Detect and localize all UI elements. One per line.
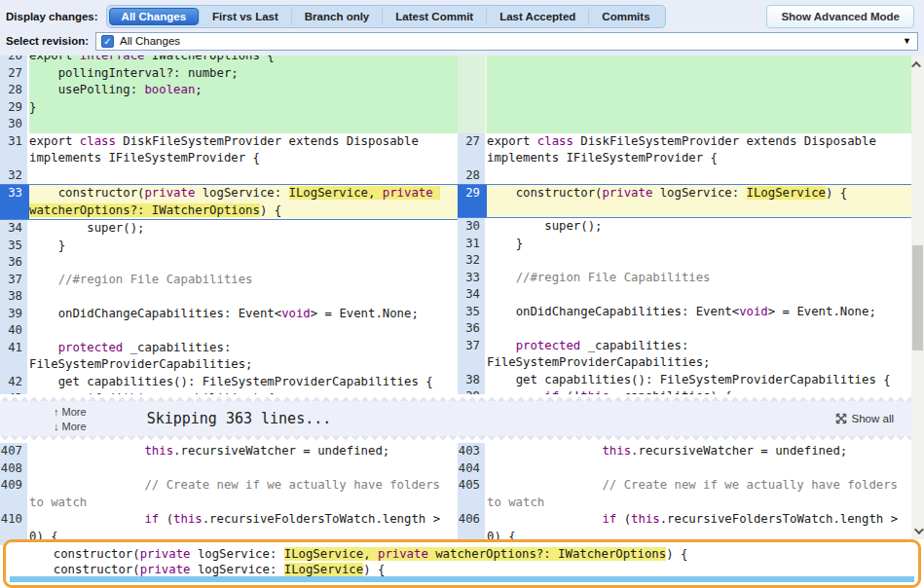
code-text: // Create new if we actually have folder… bbox=[487, 477, 911, 511]
code-line: 30 bbox=[0, 116, 458, 133]
code-text bbox=[29, 254, 458, 272]
code-text: //#region File Capabilities bbox=[487, 270, 911, 287]
code-text: get capabilities(): FileSystemProviderCa… bbox=[487, 372, 911, 389]
show-all-button[interactable]: Show all bbox=[835, 413, 894, 424]
line-number: 36 bbox=[0, 254, 29, 272]
tab-last-accepted[interactable]: Last Accepted bbox=[486, 8, 588, 25]
line-number: 28 bbox=[458, 167, 487, 185]
scroll-down-button[interactable] bbox=[911, 524, 924, 537]
arrow-up-icon: ↑ bbox=[54, 406, 59, 418]
line-number: 30 bbox=[458, 218, 487, 236]
line-number: 405 bbox=[458, 477, 487, 511]
code-text: super(); bbox=[487, 218, 911, 236]
code-line: 39 onDidChangeCapabilities: Event<void> … bbox=[0, 306, 458, 323]
tab-branch-only[interactable]: Branch only bbox=[291, 8, 382, 25]
code-line: 408 bbox=[0, 460, 458, 478]
tab-commits[interactable]: Commits bbox=[588, 8, 662, 25]
code-line: 33 constructor(private logService: ILogS… bbox=[0, 184, 458, 220]
line-comparison-popup: constructor(private logService: ILogServ… bbox=[3, 539, 921, 588]
code-line: 403 this.recursiveWatcher = undefined; bbox=[458, 443, 911, 460]
code-line: 37 protected _capabilities: FileSystemPr… bbox=[458, 338, 911, 372]
popup-code-line: constructor(private logService: ILogServ… bbox=[39, 546, 918, 562]
line-number: 32 bbox=[458, 252, 487, 270]
code-text bbox=[487, 320, 911, 338]
diff-top-section: 26export interface IWatcherOptions {27 p… bbox=[0, 55, 911, 394]
line-number: 34 bbox=[458, 286, 487, 304]
code-line: 35 onDidChangeCapabilities: Event<void> … bbox=[458, 304, 911, 321]
scroll-up-button[interactable] bbox=[911, 57, 924, 71]
chevron-down-icon[interactable]: ▼ bbox=[903, 36, 911, 46]
line-number: 30 bbox=[0, 116, 29, 133]
line-number: 37 bbox=[458, 338, 487, 372]
code-text: // Create new if we actually have folder… bbox=[29, 477, 458, 511]
code-line: 409 // Create new if we actually have fo… bbox=[0, 477, 458, 511]
code-text: export class DiskFileSystemProvider exte… bbox=[29, 133, 458, 167]
checkbox-checked-icon[interactable]: ✓ bbox=[101, 35, 114, 48]
code-text bbox=[29, 288, 458, 306]
code-text: constructor(private logService: ILogServ… bbox=[29, 185, 458, 219]
code-text bbox=[29, 322, 458, 340]
code-text: export interface IWatcherOptions { bbox=[29, 55, 458, 65]
code-line: 28 usePolling: boolean; bbox=[0, 82, 458, 99]
revision-row: Select revision: ✓ All Changes ▼ bbox=[0, 31, 924, 55]
code-line: 405 // Create new if we actually have fo… bbox=[458, 477, 911, 511]
code-line: 32 bbox=[458, 252, 911, 270]
line-number: 38 bbox=[0, 288, 29, 306]
code-line: 34 super(); bbox=[0, 220, 458, 238]
code-text: if (!this._capabilities) { bbox=[487, 388, 911, 394]
code-line: 43 if (!this._capabilities) { bbox=[0, 390, 458, 394]
code-line bbox=[458, 65, 911, 83]
display-changes-toolbar: Display changes: All ChangesFirst vs Las… bbox=[0, 0, 924, 31]
line-number: 42 bbox=[0, 374, 29, 391]
code-line: 28 bbox=[458, 167, 911, 185]
code-text bbox=[487, 460, 911, 478]
code-text: if (!this._capabilities) { bbox=[29, 390, 458, 394]
code-line: 36 bbox=[458, 320, 911, 338]
show-advanced-mode-button[interactable]: Show Advanced Mode bbox=[766, 5, 914, 28]
line-number: 29 bbox=[0, 99, 29, 117]
line-number bbox=[458, 65, 487, 83]
code-text bbox=[487, 252, 911, 270]
line-number: 32 bbox=[0, 167, 29, 185]
code-text bbox=[29, 116, 458, 133]
line-number bbox=[458, 82, 487, 99]
tab-latest-commit[interactable]: Latest Commit bbox=[382, 8, 486, 25]
revision-dropdown-value: All Changes bbox=[120, 35, 180, 47]
code-line: 26export interface IWatcherOptions { bbox=[0, 55, 458, 65]
code-line: 27 pollingInterval?: number; bbox=[0, 65, 458, 83]
line-number: 403 bbox=[458, 443, 487, 460]
revision-dropdown[interactable]: ✓ All Changes ▼ bbox=[95, 32, 918, 51]
line-number bbox=[458, 116, 487, 133]
show-all-label: Show all bbox=[852, 413, 894, 424]
code-line: 32 bbox=[0, 167, 458, 185]
code-text: protected _capabilities: FileSystemProvi… bbox=[487, 338, 911, 372]
code-text bbox=[487, 82, 911, 99]
vertical-scrollbar[interactable] bbox=[911, 55, 924, 539]
code-text: usePolling: boolean; bbox=[29, 82, 458, 99]
line-number: 36 bbox=[458, 320, 487, 338]
diff-right-pane: 27export class DiskFileSystemProvider ex… bbox=[458, 55, 911, 394]
more-up-button[interactable]: ↑ More bbox=[54, 406, 87, 418]
code-line: 31export class DiskFileSystemProvider ex… bbox=[0, 133, 458, 167]
code-line: 31 } bbox=[458, 236, 911, 253]
line-number: 29 bbox=[458, 185, 487, 217]
tab-first-vs-last[interactable]: First vs Last bbox=[199, 8, 291, 25]
line-number: 39 bbox=[458, 388, 487, 394]
display-changes-tabstrip: All ChangesFirst vs LastBranch onlyLates… bbox=[106, 5, 666, 28]
code-text: constructor(private logService: ILogServ… bbox=[487, 185, 911, 217]
tab-all-changes[interactable]: All Changes bbox=[109, 8, 199, 25]
popup-horizontal-scrollbar[interactable] bbox=[10, 576, 914, 582]
code-text: pollingInterval?: number; bbox=[29, 65, 458, 83]
skipped-lines-band: ↑ More ↓ More Skipping 363 lines... Show… bbox=[0, 394, 911, 443]
code-line: 35 } bbox=[0, 238, 458, 255]
code-text bbox=[487, 167, 911, 185]
line-number: 33 bbox=[0, 185, 29, 219]
code-line: 37 //#region File Capabilities bbox=[0, 272, 458, 289]
chevron-up-icon bbox=[911, 60, 921, 70]
code-text: //#region File Capabilities bbox=[29, 272, 458, 289]
code-text bbox=[487, 65, 911, 83]
scrollbar-thumb[interactable] bbox=[912, 245, 923, 350]
line-number: 40 bbox=[0, 322, 29, 340]
code-line: 404 bbox=[458, 460, 911, 478]
more-down-button[interactable]: ↓ More bbox=[54, 421, 87, 432]
